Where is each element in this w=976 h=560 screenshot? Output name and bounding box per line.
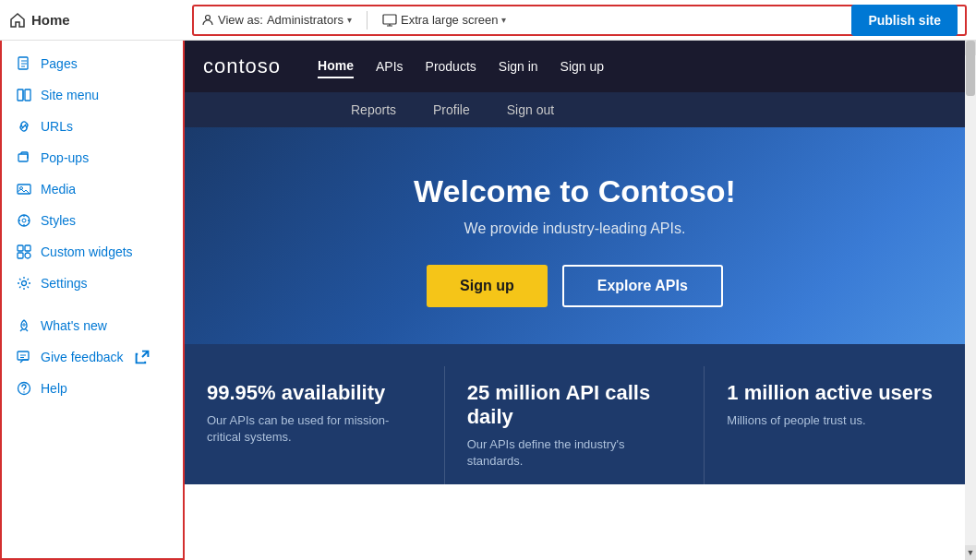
site-nav-link-reports[interactable]: Reports bbox=[351, 102, 396, 117]
file-icon bbox=[17, 56, 31, 71]
svg-rect-3 bbox=[18, 89, 23, 101]
top-bar: Home View as: Administrators ▾ Extra lar… bbox=[0, 0, 976, 41]
sidebar-label-media: Media bbox=[41, 182, 76, 197]
site-nav-links: Home APIs Products Sign in Sign up bbox=[318, 54, 604, 78]
stat-item-api-calls: 25 million API calls daily Our APIs defi… bbox=[445, 366, 705, 484]
stat-desc-users: Millions of people trust us. bbox=[727, 412, 943, 429]
hero-buttons: Sign up Explore APIs bbox=[427, 265, 723, 307]
sidebar-divider bbox=[2, 299, 183, 310]
site-nav-link-signin[interactable]: Sign in bbox=[499, 55, 538, 77]
svg-rect-5 bbox=[18, 154, 28, 161]
svg-point-15 bbox=[23, 324, 25, 326]
popup-icon bbox=[17, 150, 31, 165]
site-nav-primary: contoso Home APIs Products Sign in Sign … bbox=[185, 41, 965, 92]
sidebar-item-help[interactable]: Help bbox=[2, 373, 183, 404]
view-as-label: View as: bbox=[218, 13, 263, 27]
view-as-value: Administrators bbox=[267, 13, 343, 27]
site-nav-link-signup[interactable]: Sign up bbox=[560, 55, 604, 77]
svg-rect-11 bbox=[25, 245, 30, 251]
help-icon bbox=[17, 381, 31, 396]
screen-size-label: Extra large screen bbox=[401, 13, 499, 27]
sidebar-label-urls: URLs bbox=[41, 119, 73, 134]
sidebar-item-pages[interactable]: Pages bbox=[2, 48, 183, 79]
scrollbar-thumb[interactable] bbox=[966, 41, 975, 96]
svg-point-14 bbox=[22, 281, 27, 286]
sidebar-label-settings: Settings bbox=[41, 276, 88, 291]
sidebar-item-media[interactable]: Media bbox=[2, 173, 183, 205]
scrollbar-track[interactable]: ▲ ▼ bbox=[965, 41, 976, 560]
sidebar-label-custom-widgets: Custom widgets bbox=[41, 244, 133, 259]
sidebar: Pages Site menu URLs Pop-ups bbox=[0, 41, 185, 560]
screen-size-selector[interactable]: Extra large screen ▾ bbox=[382, 13, 507, 27]
stat-value-api-calls: 25 million API calls daily bbox=[467, 381, 682, 429]
stat-item-availability: 99.95% availability Our APIs can be used… bbox=[185, 366, 445, 484]
stat-value-availability: 99.95% availability bbox=[207, 381, 422, 405]
view-as-selector[interactable]: View as: Administrators ▾ bbox=[201, 13, 352, 27]
svg-point-13 bbox=[25, 253, 30, 258]
external-link-icon bbox=[135, 350, 150, 364]
site-nav-link-signout[interactable]: Sign out bbox=[507, 102, 554, 117]
rocket-icon bbox=[17, 318, 31, 333]
svg-point-18 bbox=[23, 391, 24, 392]
site-nav-secondary: Reports Profile Sign out bbox=[185, 92, 965, 127]
sidebar-label-help: Help bbox=[41, 381, 67, 396]
hero-signup-button[interactable]: Sign up bbox=[427, 265, 548, 307]
svg-point-9 bbox=[22, 219, 26, 222]
sidebar-label-site-menu: Site menu bbox=[41, 88, 99, 102]
preview-area: contoso Home APIs Products Sign in Sign … bbox=[185, 41, 976, 560]
sidebar-item-settings[interactable]: Settings bbox=[2, 268, 183, 299]
svg-rect-10 bbox=[18, 245, 23, 251]
stat-value-users: 1 million active users bbox=[727, 381, 943, 405]
home-icon bbox=[9, 12, 26, 29]
svg-rect-12 bbox=[18, 253, 23, 258]
monitor-icon bbox=[382, 14, 397, 27]
sidebar-label-styles: Styles bbox=[41, 213, 76, 228]
scrollbar[interactable]: ▲ ▼ bbox=[965, 41, 976, 560]
sidebar-item-give-feedback[interactable]: Give feedback bbox=[2, 341, 183, 373]
site-nav-link-apis[interactable]: APIs bbox=[376, 55, 404, 77]
svg-rect-4 bbox=[25, 89, 30, 101]
toolbar-divider bbox=[367, 11, 368, 30]
sidebar-label-pages: Pages bbox=[41, 56, 78, 71]
main-area: Pages Site menu URLs Pop-ups bbox=[0, 41, 976, 560]
site-preview: contoso Home APIs Products Sign in Sign … bbox=[185, 41, 965, 560]
hero-explore-button[interactable]: Explore APIs bbox=[562, 265, 723, 307]
hero-section: Welcome to Contoso! We provide industry-… bbox=[185, 127, 965, 344]
sidebar-item-site-menu[interactable]: Site menu bbox=[2, 79, 183, 111]
menu-book-icon bbox=[17, 88, 31, 102]
sidebar-item-styles[interactable]: Styles bbox=[2, 205, 183, 236]
site-nav-link-profile[interactable]: Profile bbox=[433, 102, 470, 117]
site-nav-link-home[interactable]: Home bbox=[318, 54, 354, 78]
hero-subtitle: We provide industry-leading APIs. bbox=[464, 220, 686, 237]
sidebar-item-whats-new[interactable]: What's new bbox=[2, 310, 183, 341]
site-nav-row2-links: Reports Profile Sign out bbox=[351, 102, 554, 117]
svg-rect-1 bbox=[383, 15, 396, 24]
link-icon bbox=[17, 119, 31, 134]
stat-desc-availability: Our APIs can be used for mission-critica… bbox=[207, 412, 422, 446]
chevron-down-icon: ▾ bbox=[347, 15, 352, 25]
styles-icon bbox=[17, 213, 31, 228]
hero-title: Welcome to Contoso! bbox=[414, 173, 736, 209]
stat-item-users: 1 million active users Millions of peopl… bbox=[705, 366, 965, 484]
sidebar-item-urls[interactable]: URLs bbox=[2, 111, 183, 142]
site-logo: contoso bbox=[203, 54, 281, 78]
sidebar-label-popups: Pop-ups bbox=[41, 150, 89, 165]
feedback-icon bbox=[17, 350, 31, 364]
app-title: Home bbox=[31, 12, 70, 28]
svg-point-0 bbox=[206, 15, 211, 19]
sidebar-label-whats-new: What's new bbox=[41, 318, 107, 333]
person-icon bbox=[201, 14, 214, 27]
toolbar-outline: View as: Administrators ▾ Extra large sc… bbox=[192, 5, 967, 36]
sidebar-item-custom-widgets[interactable]: Custom widgets bbox=[2, 236, 183, 268]
widget-icon bbox=[17, 244, 31, 259]
scroll-arrow-down[interactable]: ▼ bbox=[965, 545, 976, 560]
stat-desc-api-calls: Our APIs define the industry's standards… bbox=[467, 436, 682, 470]
publish-site-button[interactable]: Publish site bbox=[851, 5, 958, 36]
stats-section: 99.95% availability Our APIs can be used… bbox=[185, 344, 965, 484]
sidebar-item-popups[interactable]: Pop-ups bbox=[2, 142, 183, 173]
site-nav-link-products[interactable]: Products bbox=[426, 55, 476, 77]
chevron-down-icon2: ▾ bbox=[501, 15, 506, 25]
image-icon bbox=[17, 182, 31, 197]
app-logo: Home bbox=[9, 12, 185, 29]
sidebar-label-give-feedback: Give feedback bbox=[41, 350, 124, 364]
